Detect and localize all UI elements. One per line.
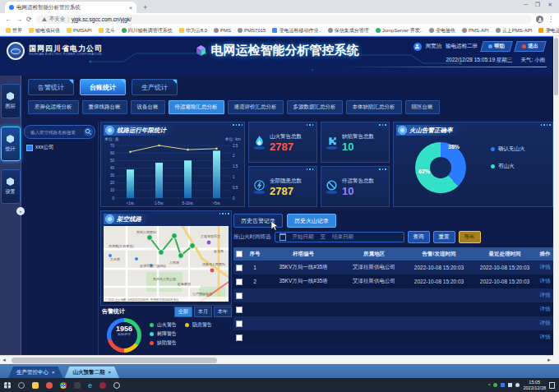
app-page: 国网四川省电力公司 SICHUAN ELECTRIC POWER CORPORA…: [0, 36, 553, 355]
taskbar-clock[interactable]: 15:05 2022/12/28: [523, 380, 546, 390]
new-tab-button[interactable]: +: [143, 3, 147, 13]
chrome-icon[interactable]: [60, 382, 67, 389]
line-search-box[interactable]: [24, 125, 95, 139]
detail-link[interactable]: 详情: [538, 292, 552, 299]
overhead-line-map-panel: 架空线路: [100, 210, 232, 306]
page-horizontal-scrollbar[interactable]: ◄ ►: [0, 355, 553, 364]
search-circle-icon[interactable]: [18, 382, 25, 389]
window-control-icon[interactable]: ❐: [535, 2, 540, 8]
file-explorer-icon[interactable]: [32, 382, 39, 389]
browser-tab[interactable]: 电网运检智能分析管控系统 ×: [5, 2, 136, 13]
taskbar-app-icon[interactable]: [113, 382, 120, 389]
bookmark-item[interactable]: PMS7015: [238, 28, 266, 33]
subnav-button[interactable]: 通道评价汇总分析: [228, 100, 284, 114]
bookmark-item[interactable]: 北斗: [99, 27, 115, 35]
reset-button[interactable]: 重置: [433, 231, 455, 243]
app-tab[interactable]: 山火预警二期 ×: [65, 367, 120, 378]
start-button-icon[interactable]: [4, 382, 11, 389]
subnav-button[interactable]: 停运避险汇总分析: [169, 100, 224, 114]
bookmark-icon: [238, 28, 243, 33]
row-checkbox[interactable]: [236, 293, 243, 299]
notification-center-icon[interactable]: [549, 382, 555, 389]
filter-chip[interactable]: 本年: [214, 307, 232, 317]
reload-icon[interactable]: ⟳: [26, 16, 32, 23]
query-button[interactable]: 查询: [408, 231, 430, 243]
scroll-left-arrow[interactable]: ◄: [0, 357, 8, 362]
forward-icon[interactable]: →: [16, 16, 22, 23]
address-bar[interactable]: 不安全 | yjgk.sc.sgcc.com.cn/yjgk/: [36, 15, 532, 24]
bookmark-item[interactable]: 输电项目值: [29, 27, 60, 35]
subnav-button[interactable]: 多源数据汇总分析: [287, 100, 343, 114]
search-input[interactable]: [29, 129, 82, 136]
subnav-button[interactable]: 设备台账: [131, 100, 165, 114]
bookmark-item[interactable]: JumpServer 开发..: [376, 27, 423, 35]
subnav-button[interactable]: 重保线路台账: [82, 100, 127, 114]
bookmark-item[interactable]: 华为云8.0: [179, 27, 207, 35]
detail-link[interactable]: 详情: [538, 334, 552, 341]
sidebar-item[interactable]: 图层: [1, 84, 21, 118]
tray-icon[interactable]: [501, 383, 505, 387]
app-tab[interactable]: 生产管控中心 ×: [8, 367, 63, 378]
export-button[interactable]: 导出: [459, 231, 481, 243]
map-canvas[interactable]: 郑州人民医院 正道花园百货 丹尼斯(大石桥店) 大石桥 友谊百货广场旧址 郑州市…: [104, 226, 229, 302]
detail-link[interactable]: 详情: [538, 264, 552, 271]
puzzle-icon: [326, 135, 338, 150]
taskbar-app-icon[interactable]: [74, 382, 81, 389]
filter-chip[interactable]: 全部: [174, 307, 192, 317]
detail-link[interactable]: 详情: [538, 320, 552, 327]
vertical-scroll-thumb[interactable]: [554, 38, 558, 95]
subnav-button[interactable]: 辖区台账: [405, 100, 440, 114]
stat-tab[interactable]: 台账统计: [80, 79, 126, 95]
bookmark-item[interactable]: 四川输检调管理系统: [122, 27, 173, 35]
page-vertical-scrollbar[interactable]: [553, 36, 559, 355]
bookmark-item[interactable]: 保信集成台管理: [328, 27, 369, 35]
horizontal-scroll-thumb[interactable]: [12, 357, 217, 363]
bookmark-item[interactable]: 变电验收: [429, 27, 455, 35]
tab-close-icon[interactable]: ×: [129, 5, 132, 11]
bookmark-item[interactable]: 云上PMS-API: [496, 27, 533, 35]
app-tab-close-icon[interactable]: ×: [52, 370, 55, 375]
bookmark-icon: [496, 28, 501, 33]
bookmark-item[interactable]: PMS: [214, 28, 231, 33]
row-checkbox[interactable]: [236, 265, 243, 271]
window-control-icon[interactable]: ✕: [547, 2, 552, 8]
app-tab-close-icon[interactable]: ×: [109, 370, 112, 375]
volume-icon[interactable]: [515, 383, 520, 387]
row-checkbox[interactable]: [236, 321, 243, 327]
row-checkbox[interactable]: [236, 334, 243, 341]
company-tree-item[interactable]: xxx公司: [26, 144, 98, 151]
tray-icon[interactable]: [493, 383, 497, 387]
taskbar-app-icon[interactable]: [99, 382, 106, 389]
scroll-right-arrow[interactable]: ►: [545, 357, 553, 362]
filter-chip[interactable]: 本月: [194, 307, 212, 317]
bookmark-item[interactable]: 世界: [6, 27, 22, 35]
history-fire-button[interactable]: 历史火山记录: [287, 214, 336, 228]
back-icon[interactable]: ←: [5, 16, 12, 23]
tray-expand-icon[interactable]: ^: [488, 383, 491, 388]
date-range-input[interactable]: 开始日期 至 结束日期: [275, 232, 404, 242]
sidebar-item[interactable]: 统计: [1, 127, 21, 161]
detail-link[interactable]: 详情: [538, 278, 552, 285]
bookmark-item[interactable]: PMSAPI: [67, 28, 92, 33]
bookmarks-overflow-icon[interactable]: »: [547, 27, 551, 33]
browser-menu-icon[interactable]: ⋮: [547, 16, 554, 23]
detail-link[interactable]: 详情: [538, 306, 552, 313]
window-control-icon[interactable]: ─: [524, 2, 528, 8]
taskbar-app-icon[interactable]: [46, 382, 53, 389]
bookmark-item[interactable]: PMS-API: [462, 28, 489, 33]
profile-avatar[interactable]: [536, 16, 543, 23]
ie-icon[interactable]: e: [88, 382, 92, 389]
sidebar-item[interactable]: 设置: [1, 169, 21, 204]
select-all-checkbox[interactable]: [236, 251, 243, 257]
search-icon[interactable]: [84, 127, 93, 136]
bookmark-item[interactable]: 变电运检移动作业..: [272, 27, 321, 35]
subnav-button[interactable]: 差异化运维分析: [28, 100, 79, 114]
row-checkbox[interactable]: [236, 279, 243, 285]
stat-tab[interactable]: 告警统计: [28, 79, 74, 95]
row-checkbox[interactable]: [236, 307, 243, 313]
network-icon[interactable]: [508, 383, 512, 387]
subnav-button[interactable]: 本体缺陷汇总分析: [346, 100, 402, 114]
help-button[interactable]: 帮助: [480, 41, 512, 52]
stat-tab[interactable]: 生产统计: [132, 79, 178, 95]
logout-button[interactable]: 退出: [514, 41, 546, 52]
